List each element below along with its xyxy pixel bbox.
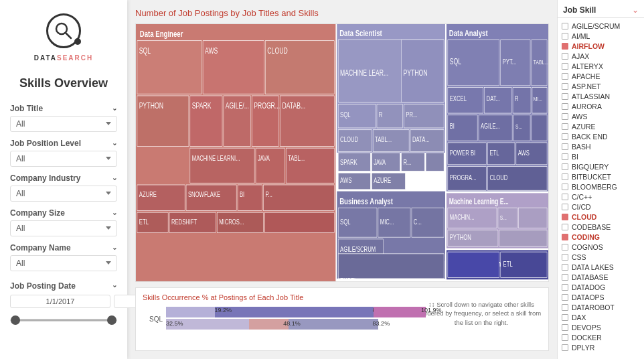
skill-list-item[interactable]: AI/ML bbox=[558, 31, 644, 41]
company-industry-label[interactable]: Company Industry ⌄ bbox=[10, 173, 117, 183]
date-filter: Job Posting Date ⌄ bbox=[10, 281, 117, 327]
company-industry-select[interactable]: All bbox=[10, 186, 117, 202]
date-range-slider[interactable] bbox=[10, 313, 117, 327]
skill-checkbox[interactable] bbox=[562, 324, 568, 331]
skill-checkbox[interactable] bbox=[562, 264, 568, 271]
skill-label: ALTERYX bbox=[572, 62, 603, 70]
skill-list-item[interactable]: ATLASSIAN bbox=[558, 91, 644, 101]
company-name-label[interactable]: Company Name ⌄ bbox=[10, 243, 117, 253]
skill-checkbox[interactable] bbox=[562, 224, 568, 230]
company-name-select[interactable]: All bbox=[10, 255, 117, 271]
job-position-label[interactable]: Job Position Level ⌄ bbox=[10, 139, 117, 148]
skill-list-item[interactable]: DATADOG bbox=[558, 282, 644, 292]
company-size-label[interactable]: Company Size ⌄ bbox=[10, 208, 117, 218]
range-thumb-right[interactable] bbox=[107, 315, 116, 325]
skill-list-item[interactable]: DPLYR bbox=[558, 342, 644, 352]
skill-checkbox[interactable] bbox=[562, 244, 568, 250]
company-size-select[interactable]: All bbox=[10, 220, 117, 236]
da-r-label: R bbox=[515, 94, 519, 103]
skill-checkbox[interactable] bbox=[562, 153, 568, 160]
de-python-label: PYTHON bbox=[139, 101, 163, 111]
skill-list-item[interactable]: BACK END bbox=[558, 131, 644, 141]
skill-checkbox[interactable] bbox=[562, 103, 568, 110]
skill-label: BLOOMBERG bbox=[572, 183, 617, 191]
ba-label: Business Analyst bbox=[339, 196, 393, 206]
skill-checkbox[interactable] bbox=[562, 53, 568, 60]
date-label[interactable]: Job Posting Date ⌄ bbox=[10, 281, 117, 291]
skill-list-item[interactable]: AURORA bbox=[558, 101, 644, 111]
skill-list-item[interactable]: DEVOPS bbox=[558, 322, 644, 332]
skill-checkbox[interactable] bbox=[562, 194, 568, 200]
skill-list-item[interactable]: DAX bbox=[558, 312, 644, 322]
bar-pct-5: 48.1% bbox=[283, 320, 301, 327]
skill-list-item[interactable]: APACHE bbox=[558, 71, 644, 81]
skill-checkbox[interactable] bbox=[562, 143, 568, 150]
skill-list-item[interactable]: AJAX bbox=[558, 51, 644, 61]
skill-checkbox[interactable] bbox=[562, 163, 568, 170]
skill-checkbox[interactable] bbox=[562, 123, 568, 130]
skill-label: DPLYR bbox=[572, 344, 594, 352]
skill-list-item[interactable]: AWS bbox=[558, 111, 644, 121]
skill-list-item[interactable]: ASP.NET bbox=[558, 81, 644, 91]
skill-checkbox[interactable] bbox=[562, 43, 568, 50]
skill-label: DAX bbox=[572, 313, 586, 321]
skill-checkbox[interactable] bbox=[562, 284, 568, 291]
skill-checkbox[interactable] bbox=[562, 214, 568, 220]
ba-excel-cell[interactable] bbox=[338, 254, 444, 279]
arch-cell1[interactable] bbox=[448, 252, 499, 277]
skill-list-item[interactable]: DATAROBOT bbox=[558, 302, 644, 312]
job-title-select[interactable]: All bbox=[10, 116, 117, 132]
skill-list-item[interactable]: DATA LAKES bbox=[558, 262, 644, 272]
job-position-select[interactable]: All bbox=[10, 151, 117, 167]
skill-list-item[interactable]: AZURE bbox=[558, 121, 644, 131]
skill-checkbox[interactable] bbox=[562, 294, 568, 301]
skill-list-item[interactable]: DATABASE bbox=[558, 272, 644, 282]
skill-checkbox[interactable] bbox=[562, 93, 568, 100]
skill-checkbox[interactable] bbox=[562, 173, 568, 180]
range-thumb-left[interactable] bbox=[11, 315, 20, 325]
skill-checkbox[interactable] bbox=[562, 133, 568, 140]
skill-list-item[interactable]: BASH bbox=[558, 141, 644, 151]
skill-checkbox[interactable] bbox=[562, 113, 568, 120]
skill-checkbox[interactable] bbox=[562, 344, 568, 351]
skill-list-item[interactable]: BITBUCKET bbox=[558, 171, 644, 182]
skill-list-item[interactable]: BLOOMBERG bbox=[558, 182, 644, 192]
chevron-down-icon: ⌄ bbox=[112, 174, 117, 182]
skill-checkbox[interactable] bbox=[562, 184, 568, 190]
skill-checkbox[interactable] bbox=[562, 23, 568, 29]
skill-list-item[interactable]: ALTERYX bbox=[558, 61, 644, 71]
skill-checkbox[interactable] bbox=[562, 254, 568, 261]
job-title-label[interactable]: Job Title ⌄ bbox=[10, 104, 117, 113]
skill-checkbox[interactable] bbox=[562, 314, 568, 321]
skill-list-item[interactable]: CI/CD bbox=[558, 202, 644, 212]
skill-list-item[interactable]: CODING bbox=[558, 232, 644, 242]
skill-checkbox[interactable] bbox=[562, 234, 568, 240]
skill-checkbox[interactable] bbox=[562, 204, 568, 210]
skill-list-item[interactable]: CLOUD bbox=[558, 212, 644, 222]
company-industry-filter: Company Industry ⌄ All bbox=[10, 173, 117, 202]
skill-checkbox[interactable] bbox=[562, 63, 568, 70]
skill-checkbox[interactable] bbox=[562, 33, 568, 40]
skill-list-item[interactable]: BIGQUERY bbox=[558, 161, 644, 171]
skill-list-item[interactable]: BI bbox=[558, 151, 644, 161]
skill-checkbox[interactable] bbox=[562, 334, 568, 341]
skill-list-item[interactable]: C/C++ bbox=[558, 192, 644, 202]
ds-r2-label: R... bbox=[403, 157, 411, 166]
skill-checkbox[interactable] bbox=[562, 304, 568, 311]
date-start-input[interactable] bbox=[10, 295, 110, 308]
skill-list-item[interactable]: DOCKER bbox=[558, 332, 644, 342]
de-p-label: P... bbox=[265, 190, 272, 198]
skill-checkbox[interactable] bbox=[562, 274, 568, 281]
skill-checkbox[interactable] bbox=[562, 73, 568, 80]
de-ml-label: MACHINE LEARNI... bbox=[192, 154, 240, 163]
skill-list-item[interactable]: DATAOPS bbox=[558, 292, 644, 302]
de-p-cell[interactable] bbox=[264, 185, 335, 210]
skill-list-item[interactable]: AGILE/SCRUM bbox=[558, 21, 644, 31]
skill-list-item[interactable]: CODEBASE bbox=[558, 222, 644, 232]
skill-checkbox[interactable] bbox=[562, 83, 568, 90]
skill-list-item[interactable]: AIRFLOW bbox=[558, 41, 644, 51]
de-snowflake-label: SNOWFLAKE bbox=[188, 190, 220, 198]
sort-icon[interactable]: ⌄ bbox=[632, 5, 639, 15]
skill-list-item[interactable]: COGNOS bbox=[558, 242, 644, 252]
skill-list-item[interactable]: CSS bbox=[558, 252, 644, 262]
